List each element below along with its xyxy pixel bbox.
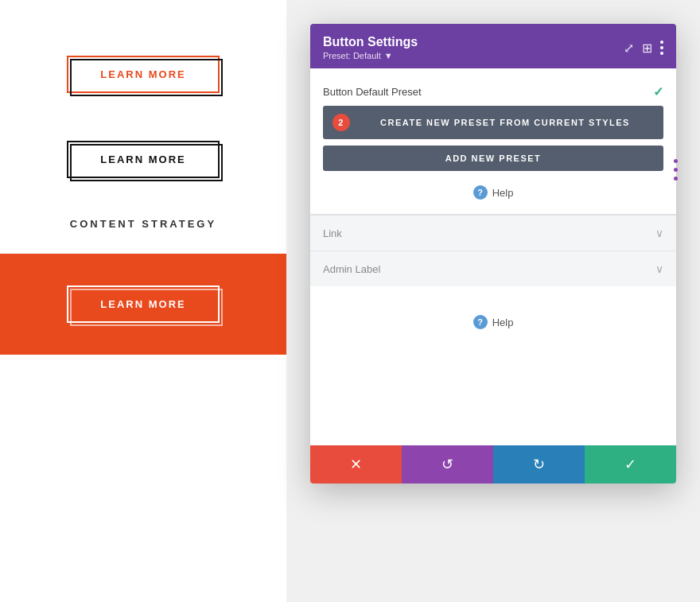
- add-preset-button[interactable]: ADD NEW PRESET: [323, 146, 663, 171]
- learn-more-button-3[interactable]: LEARN MORE: [67, 285, 219, 323]
- button-section-1: LEARN MORE: [0, 32, 286, 117]
- admin-label-section-row[interactable]: Admin Label ∨: [310, 251, 676, 286]
- panel-header-icons: ⤢ ⊞: [624, 41, 663, 56]
- orange-section: LEARN MORE: [0, 254, 286, 355]
- undo-button[interactable]: ↺: [402, 445, 493, 484]
- settings-panel: Button Settings Preset: Default ▼ ⤢ ⊞ Bu…: [310, 24, 676, 484]
- preset-item-default[interactable]: Button Default Preset ✓: [323, 78, 663, 106]
- learn-more-button-2[interactable]: LEARN MORE: [67, 141, 219, 178]
- help-row-1: ? Help: [323, 181, 663, 204]
- add-preset-label: ADD NEW PRESET: [445, 153, 542, 163]
- save-button[interactable]: ✓: [585, 445, 676, 484]
- create-preset-button[interactable]: 2 CREATE NEW PRESET FROM CURRENT STYLES: [323, 106, 663, 139]
- more-options-icon[interactable]: [660, 41, 663, 55]
- panel-header: Button Settings Preset: Default ▼ ⤢ ⊞: [310, 24, 676, 68]
- cancel-button[interactable]: ✕: [310, 445, 402, 484]
- button-section-2: LEARN MORE: [0, 117, 286, 202]
- panel-title: Button Settings: [323, 35, 418, 49]
- create-preset-label: CREATE NEW PRESET FROM CURRENT STYLES: [356, 118, 654, 127]
- redo-icon: ↻: [533, 456, 545, 473]
- step-badge-2: 2: [332, 114, 350, 131]
- admin-chevron-icon: ∨: [655, 262, 663, 275]
- learn-more-button-1[interactable]: LEARN MORE: [67, 56, 219, 93]
- preset-dropdown: Button Default Preset ✓ 2 CREATE NEW PRE…: [310, 68, 676, 215]
- help-icon-1: ?: [473, 185, 488, 200]
- undo-icon: ↺: [441, 456, 453, 473]
- grid-icon[interactable]: ⊞: [642, 41, 652, 56]
- panel-footer: ✕ ↺ ↻ ✓: [310, 445, 676, 484]
- save-icon: ✓: [624, 456, 636, 473]
- link-label: Link: [323, 227, 342, 239]
- cancel-icon: ✕: [350, 456, 362, 473]
- redo-button[interactable]: ↻: [493, 445, 585, 484]
- help-text-1: Help: [492, 187, 514, 199]
- panel-content-area: ? Help: [310, 286, 676, 445]
- expand-icon[interactable]: ⤢: [624, 41, 634, 56]
- link-section-row[interactable]: Link ∨: [310, 215, 676, 251]
- checkmark-icon: ✓: [653, 84, 663, 99]
- admin-label: Admin Label: [323, 263, 380, 275]
- help-icon-2: ?: [473, 315, 488, 329]
- help-row-2: ? Help: [310, 310, 676, 334]
- help-text-2: Help: [492, 317, 514, 328]
- panel-preset-label[interactable]: Preset: Default ▼: [323, 51, 418, 60]
- panel-header-left: Button Settings Preset: Default ▼: [323, 35, 418, 60]
- canvas-area: LEARN MORE LEARN MORE CONTENT STRATEGY L…: [0, 0, 286, 602]
- side-dots-decoration: [674, 159, 678, 181]
- link-chevron-icon: ∨: [655, 227, 663, 239]
- content-strategy-label: CONTENT STRATEGY: [70, 218, 216, 230]
- preset-item-label: Button Default Preset: [323, 86, 422, 98]
- content-strategy-section: CONTENT STRATEGY: [0, 202, 286, 254]
